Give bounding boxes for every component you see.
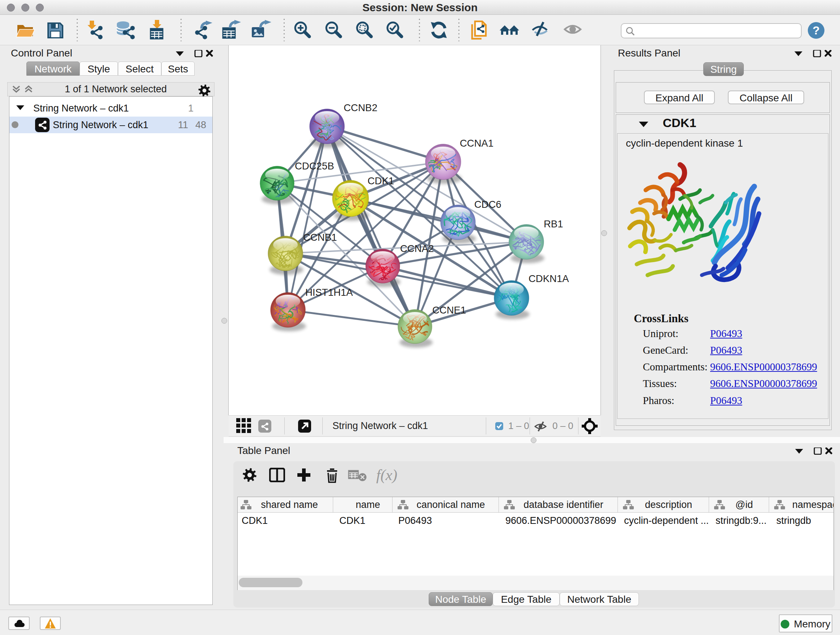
svg-text:CDKN1A: CDKN1A: [529, 273, 569, 284]
svg-text:CDC25B: CDC25B: [295, 160, 334, 172]
svg-text:CCNB1: CCNB1: [303, 232, 337, 243]
svg-text:CCNA1: CCNA1: [460, 138, 493, 149]
svg-text:CCNA2: CCNA2: [400, 243, 434, 254]
svg-text:RB1: RB1: [544, 218, 563, 230]
svg-text:CCNE1: CCNE1: [432, 304, 466, 316]
svg-text:HIST1H1A: HIST1H1A: [305, 287, 353, 298]
svg-text:CDK1: CDK1: [368, 175, 394, 187]
svg-text:CCNB2: CCNB2: [344, 102, 377, 113]
svg-text:CDC6: CDC6: [474, 199, 501, 210]
